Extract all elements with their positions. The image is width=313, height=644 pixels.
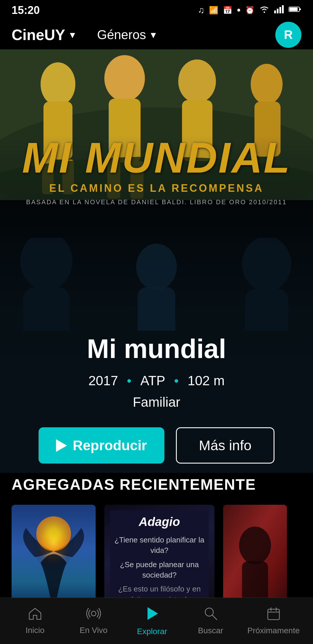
wifi-icon (259, 5, 270, 15)
meta-dot-2: ● (174, 376, 179, 385)
genres-dropdown[interactable]: Géneros ▾ (97, 28, 156, 42)
search-icon (204, 607, 217, 623)
movie-subtitle: EL CAMINO ES LA RECOMPENSA (22, 182, 291, 194)
nav-label-buscar: Buscar (198, 626, 223, 635)
svg-point-10 (41, 62, 75, 106)
nav-item-buscar[interactable]: Buscar (189, 607, 232, 635)
battery-icon (289, 6, 301, 15)
svg-rect-2 (277, 9, 279, 13)
play-nav-icon (145, 606, 159, 624)
sim-icon: 📶 (209, 6, 218, 15)
dot-icon (237, 4, 241, 16)
nav-label-en-vivo: En Vivo (80, 626, 108, 635)
signal-icon (274, 5, 284, 15)
svg-point-27 (242, 238, 291, 292)
movie-duration: 102 m (188, 373, 225, 388)
movie-poster-area: MI MUNDIAL EL CAMINO ES LA RECOMPENSA BA… (0, 136, 313, 212)
svg-point-0 (264, 11, 265, 13)
svg-rect-7 (290, 8, 298, 11)
home-icon (28, 607, 42, 623)
svg-line-38 (212, 615, 217, 620)
calendar-icon: 📅 (223, 6, 232, 15)
more-info-button[interactable]: Más info (176, 427, 274, 464)
logo-chevron-icon[interactable]: ▾ (70, 29, 75, 41)
svg-point-20 (251, 64, 283, 104)
movie-title: Mi mundial (87, 334, 226, 364)
svg-point-14 (104, 55, 145, 102)
svg-rect-4 (282, 5, 284, 13)
svg-point-36 (91, 611, 96, 616)
bottom-nav: Inicio En Vivo Explorar (0, 598, 313, 644)
movie-based-on-text: BASADA EN LA NOVELA DE DANIEL BALDI. LIB… (22, 198, 291, 206)
user-initial: R (284, 28, 293, 42)
genres-label: Géneros (97, 28, 146, 42)
recently-added-title: AGREGADAS RECIENTEMENTE (12, 476, 301, 493)
movie-info-section: Mi mundial 2017 ● ATP ● 102 m Familiar R… (0, 334, 313, 464)
play-icon (56, 439, 67, 452)
movie-meta: 2017 ● ATP ● 102 m (88, 373, 225, 388)
nav-left: CineUY ▾ Géneros ▾ (12, 26, 156, 44)
movie-year: 2017 (88, 373, 118, 388)
svg-rect-6 (300, 8, 301, 10)
play-button[interactable]: Reproducir (39, 427, 164, 464)
svg-rect-28 (245, 289, 288, 331)
nav-label-inicio: Inicio (26, 626, 44, 635)
top-nav: CineUY ▾ Géneros ▾ R (0, 20, 313, 49)
status-bar: 15:20 📶 📅 ⏰ (0, 0, 313, 20)
genres-chevron-icon[interactable]: ▾ (151, 29, 156, 41)
nav-label-explorar: Explorar (137, 627, 167, 636)
svg-rect-26 (138, 287, 175, 331)
app-logo[interactable]: CineUY (12, 26, 65, 44)
status-icons: 📶 📅 ⏰ (198, 4, 301, 16)
svg-point-18 (178, 59, 216, 103)
nav-label-proximamente: Próximamente (248, 626, 300, 635)
movie-genre: Familiar (133, 394, 180, 410)
meta-dot-1: ● (127, 376, 132, 385)
calendar-nav-icon (267, 607, 280, 623)
movie-rating: ATP (140, 373, 165, 388)
svg-point-34 (239, 527, 271, 564)
hero-section: MI MUNDIAL EL CAMINO ES LA RECOMPENSA BA… (0, 49, 313, 473)
svg-point-25 (136, 244, 177, 290)
status-time: 15:20 (12, 4, 40, 17)
svg-rect-39 (268, 609, 279, 620)
nav-item-explorar[interactable]: Explorar (130, 606, 174, 636)
svg-rect-1 (274, 10, 276, 13)
action-buttons: Reproducir Más info (39, 427, 274, 464)
movie-title-big: MI MUNDIAL (22, 136, 291, 179)
alarm-icon: ⏰ (245, 6, 254, 15)
thumbnail-2-title: Adagio (139, 515, 180, 529)
movie-title-image: MI MUNDIAL EL CAMINO ES LA RECOMPENSA BA… (22, 136, 291, 206)
play-button-label: Reproducir (73, 437, 147, 453)
more-info-label: Más info (199, 437, 251, 453)
thumbnail-2-line1: ¿Tiene sentido planificar la vida? (113, 535, 206, 556)
thumbnail-2-line2: ¿Se puede planear una sociedad? (113, 559, 206, 580)
silhouette-area (0, 238, 313, 331)
nav-item-inicio[interactable]: Inicio (13, 607, 57, 635)
svg-point-23 (20, 238, 72, 290)
nav-item-en-vivo[interactable]: En Vivo (72, 607, 115, 635)
svg-rect-3 (279, 7, 281, 13)
recently-added-section: AGREGADAS RECIENTEMENTE (0, 476, 313, 615)
user-avatar[interactable]: R (275, 22, 301, 48)
music-icon (198, 5, 205, 15)
svg-rect-24 (23, 287, 70, 331)
live-icon (86, 607, 101, 623)
nav-item-proximamente[interactable]: Próximamente (248, 607, 300, 635)
